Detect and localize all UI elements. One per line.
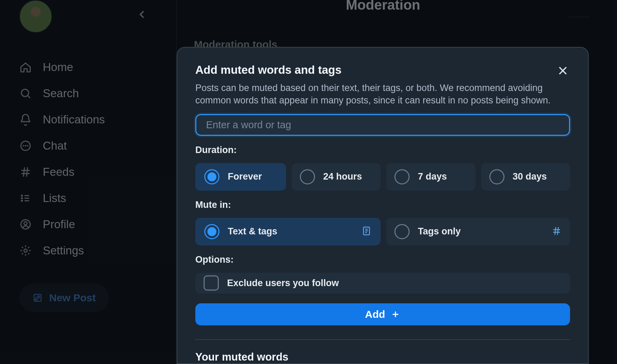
close-button[interactable] [556, 63, 570, 79]
duration-label-text: 7 days [418, 171, 447, 182]
radio-icon [204, 169, 219, 184]
mute-in-text-tags[interactable]: Text & tags [195, 218, 381, 245]
document-icon [361, 226, 372, 237]
close-icon [557, 65, 569, 77]
mute-in-label-text: Tags only [418, 226, 461, 237]
radio-icon [394, 169, 410, 184]
duration-24h[interactable]: 24 hours [292, 163, 381, 191]
muted-word-input[interactable] [195, 114, 570, 136]
radio-icon [489, 169, 505, 184]
modal-title: Add muted words and tags [195, 63, 342, 77]
divider [195, 339, 570, 340]
radio-icon [204, 224, 219, 239]
your-muted-words-heading: Your muted words [195, 351, 570, 363]
add-muted-words-modal: Add muted words and tags Posts can be mu… [177, 47, 589, 364]
duration-forever[interactable]: Forever [195, 163, 286, 191]
checkbox-icon [204, 275, 219, 291]
duration-label-text: 30 days [513, 171, 547, 182]
duration-label: Duration: [195, 145, 570, 155]
duration-7d[interactable]: 7 days [386, 163, 476, 191]
plus-icon [391, 310, 400, 319]
options-label: Options: [195, 254, 570, 265]
mute-in-tags-only[interactable]: Tags only [386, 218, 570, 245]
modal-description: Posts can be muted based on their text, … [195, 82, 570, 107]
radio-icon [300, 169, 315, 184]
exclude-follows-option[interactable]: Exclude users you follow [195, 273, 570, 294]
add-button-label: Add [365, 309, 385, 320]
radio-icon [394, 224, 410, 239]
duration-label-text: Forever [228, 171, 262, 182]
mute-in-options: Text & tags Tags only [195, 218, 570, 245]
duration-label-text: 24 hours [323, 171, 362, 182]
add-button[interactable]: Add [195, 303, 570, 325]
mute-in-label: Mute in: [195, 200, 570, 210]
duration-options: Forever 24 hours 7 days 30 days [195, 163, 570, 191]
duration-30d[interactable]: 30 days [481, 163, 570, 191]
hash-icon [551, 226, 562, 237]
exclude-follows-label: Exclude users you follow [227, 278, 339, 289]
mute-in-label-text: Text & tags [228, 226, 277, 237]
